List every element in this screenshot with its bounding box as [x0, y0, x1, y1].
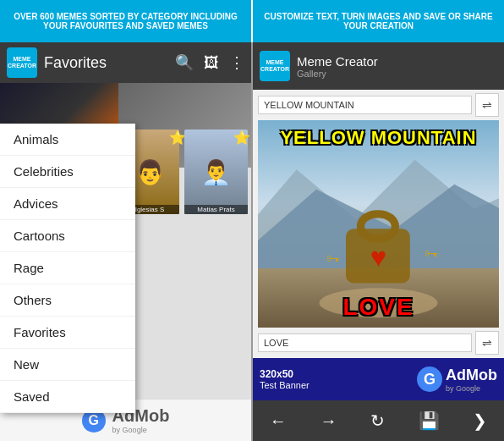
- adjust-bottom-btn[interactable]: ⇌: [475, 331, 499, 355]
- star-badge-1: ⭐: [169, 130, 186, 146]
- share-button[interactable]: ❯: [466, 407, 494, 434]
- menu-item-saved[interactable]: Saved: [0, 381, 135, 413]
- right-app-title-main: Meme Creator: [297, 54, 378, 69]
- admob-by-google: by Google: [112, 426, 170, 434]
- meme-bottom-row: ⇌: [258, 331, 499, 355]
- category-dropdown: Animals Celebrities Advices Cartoons Rag…: [0, 124, 135, 413]
- image-icon[interactable]: 🖼: [204, 54, 219, 72]
- menu-item-animals[interactable]: Animals: [0, 124, 135, 156]
- right-app-titles: Meme Creator Gallery: [297, 54, 378, 79]
- bottom-nav: ← → ↻ 💾 ❯: [253, 400, 504, 441]
- menu-item-new[interactable]: New: [0, 349, 135, 381]
- star-badge-2: ⭐: [233, 130, 250, 146]
- meme-bottom-text: LOVE: [258, 294, 499, 321]
- menu-item-rage[interactable]: Rage: [0, 252, 135, 284]
- main-content: MEME CREATOR Favorites 🔍 🖼 ⋮ Burning 👨 I…: [0, 42, 504, 441]
- admob-by-text: by Google: [446, 384, 497, 393]
- banner-left-text: OVER 600 MEMES SORTED BY CATEGORY INCLUD…: [7, 12, 244, 30]
- menu-item-advices[interactable]: Advices: [0, 188, 135, 220]
- more-options-icon[interactable]: ⋮: [229, 53, 244, 72]
- left-app-logo: MEME CREATOR: [7, 47, 37, 78]
- bg-area: Burning 👨 Iglesias S ⭐ 👨‍💼 Matias Prats …: [0, 83, 251, 441]
- admob-banner-right: 320x50 Test Banner G AdMob by Google: [253, 358, 504, 400]
- app-bar-icons: 🔍 🖼 ⋮: [175, 53, 244, 72]
- right-app-logo: MEME CREATOR: [260, 51, 290, 81]
- right-app-title-sub: Gallery: [297, 69, 378, 79]
- svg-text:♥: ♥: [370, 241, 386, 273]
- svg-text:🗝: 🗝: [425, 245, 438, 261]
- top-banners: OVER 600 MEMES SORTED BY CATEGORY INCLUD…: [0, 0, 504, 42]
- refresh-button[interactable]: ↻: [364, 407, 392, 434]
- forward-button[interactable]: →: [313, 408, 343, 434]
- menu-item-cartoons[interactable]: Cartoons: [0, 220, 135, 252]
- admob-right-brand: AdMob by Google: [446, 367, 497, 393]
- meme-title-input[interactable]: [258, 96, 472, 114]
- banner-left: OVER 600 MEMES SORTED BY CATEGORY INCLUD…: [0, 0, 251, 42]
- right-app-bar: MEME CREATOR Meme Creator Gallery: [253, 42, 504, 90]
- search-icon[interactable]: 🔍: [175, 53, 194, 72]
- meme-area: ⇌: [253, 90, 504, 358]
- right-panel: MEME CREATOR Meme Creator Gallery ⇌: [253, 42, 504, 441]
- left-app-bar-title: Favorites: [44, 54, 168, 72]
- admob-g-circle: G: [417, 367, 442, 392]
- person2-label: Matias Prats: [184, 205, 248, 214]
- left-app-bar: MEME CREATOR Favorites 🔍 🖼 ⋮: [0, 42, 251, 83]
- meme-bottom-input[interactable]: [258, 334, 472, 352]
- meme-title-row: ⇌: [258, 93, 499, 117]
- meme-image-container[interactable]: ♥ 🗝 🗝 YELLOW MOUNTAIN LOVE: [258, 120, 499, 328]
- banner-right-text: CUSTOMIZE TEXT, TURN IMAGES AND SAVE OR …: [260, 12, 497, 30]
- menu-item-celebrities[interactable]: Celebrities: [0, 156, 135, 188]
- admob-right-text: 320x50 Test Banner: [260, 368, 310, 390]
- menu-item-favorites[interactable]: Favorites: [0, 317, 135, 349]
- meme-top-text: YELLOW MOUNTAIN: [258, 127, 499, 149]
- menu-item-others[interactable]: Others: [0, 284, 135, 317]
- admob-brand-text: AdMob: [446, 367, 497, 384]
- svg-text:🗝: 🗝: [326, 251, 340, 266]
- banner-right: CUSTOMIZE TEXT, TURN IMAGES AND SAVE OR …: [253, 0, 504, 42]
- save-button[interactable]: 💾: [412, 407, 446, 434]
- back-button[interactable]: ←: [263, 408, 293, 434]
- admob-test-label: Test Banner: [260, 380, 310, 390]
- adjust-title-btn[interactable]: ⇌: [475, 93, 499, 117]
- admob-size: 320x50: [260, 368, 310, 380]
- admob-right-logo: G AdMob by Google: [417, 367, 497, 393]
- left-panel: MEME CREATOR Favorites 🔍 🖼 ⋮ Burning 👨 I…: [0, 42, 251, 441]
